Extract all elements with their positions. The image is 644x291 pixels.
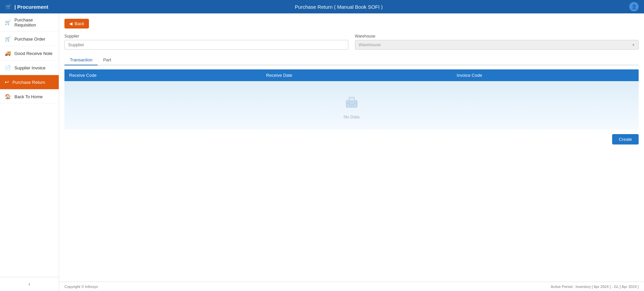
active-period-text: Active Period : Inventory [ Apr 2024 ] -… (551, 285, 639, 289)
supplier-input[interactable] (64, 40, 348, 50)
create-btn-row: Create (64, 134, 639, 144)
top-header: 🛒 | Procurement Purchase Return ( Manual… (0, 0, 644, 13)
table-body: No Data (64, 81, 639, 129)
copyright-text: Copyright © Inforsys (64, 285, 98, 289)
form-row: Supplier Warehouse Warehouse ▼ (64, 34, 639, 50)
footer: Copyright © Inforsys Active Period : Inv… (59, 282, 644, 291)
sidebar-item-purchase-return[interactable]: ↩ Purchase Return (0, 75, 59, 90)
tabs-container: Transaction Part (64, 55, 639, 65)
sidebar-item-back-to-home[interactable]: 🏠 Back To Home (0, 90, 59, 104)
svg-rect-1 (349, 97, 354, 101)
sidebar-item-label: Purchase Order (14, 37, 45, 42)
app-logo: 🛒 | Procurement (5, 4, 48, 10)
supplier-label: Supplier (64, 34, 348, 39)
sidebar: 🛒 Purchase Requisition 🛒 Purchase Order … (0, 13, 59, 291)
main-content: ◀ Back Supplier Warehouse Warehouse ▼ (59, 13, 644, 291)
back-button[interactable]: ◀ Back (64, 19, 89, 28)
home-icon: 🏠 (5, 94, 11, 100)
supplier-field-group: Supplier (64, 34, 348, 50)
no-data-icon (64, 95, 639, 112)
sidebar-item-supplier-invoice[interactable]: 📄 Supplier Invoice (0, 61, 59, 75)
no-data-text: No Data (64, 114, 639, 119)
table-header: Receive Code Receive Date Invoice Code (64, 69, 639, 81)
tab-transaction[interactable]: Transaction (64, 55, 98, 65)
user-avatar[interactable]: 👤 (629, 2, 639, 11)
sidebar-item-purchase-requisition[interactable]: 🛒 Purchase Requisition (0, 13, 59, 32)
good-receive-note-icon: 🚚 (5, 50, 11, 56)
sidebar-item-good-receive-note[interactable]: 🚚 Good Receive Note (0, 46, 59, 61)
warehouse-field-group: Warehouse Warehouse ▼ (355, 34, 639, 50)
sidebar-item-purchase-order[interactable]: 🛒 Purchase Order (0, 32, 59, 46)
back-label: Back (75, 21, 84, 26)
data-table: Receive Code Receive Date Invoice Code (64, 69, 639, 129)
purchase-order-icon: 🛒 (5, 36, 11, 42)
col-receive-date: Receive Date (261, 69, 452, 81)
sidebar-item-label: Good Receive Note (14, 51, 52, 56)
page-title: Purchase Return ( Manual Book SOFI ) (295, 4, 383, 10)
warehouse-label: Warehouse (355, 34, 639, 39)
cart-icon: 🛒 (5, 4, 12, 10)
main-layout: 🛒 Purchase Requisition 🛒 Purchase Order … (0, 13, 644, 291)
warehouse-select-wrapper: Warehouse ▼ (355, 40, 639, 50)
sidebar-item-label: Supplier Invoice (14, 65, 46, 70)
tab-part[interactable]: Part (98, 55, 116, 65)
sidebar-collapse-button[interactable]: ‹ (0, 277, 59, 291)
sidebar-item-label: Purchase Return (12, 80, 45, 85)
sidebar-item-label: Back To Home (14, 94, 43, 99)
supplier-invoice-icon: 📄 (5, 65, 11, 71)
back-icon: ◀ (69, 21, 72, 26)
col-receive-code: Receive Code (64, 69, 261, 81)
page-body: ◀ Back Supplier Warehouse Warehouse ▼ (59, 13, 644, 282)
no-data-cell: No Data (64, 81, 639, 129)
purchase-requisition-icon: 🛒 (5, 19, 11, 25)
purchase-return-icon: ↩ (5, 79, 9, 85)
svg-rect-0 (346, 101, 357, 107)
no-data-row: No Data (64, 81, 639, 129)
col-invoice-code: Invoice Code (452, 69, 639, 81)
warehouse-select[interactable]: Warehouse (355, 40, 639, 50)
create-button[interactable]: Create (612, 134, 639, 144)
app-name: | Procurement (14, 4, 48, 10)
sidebar-item-label: Purchase Requisition (14, 17, 54, 27)
